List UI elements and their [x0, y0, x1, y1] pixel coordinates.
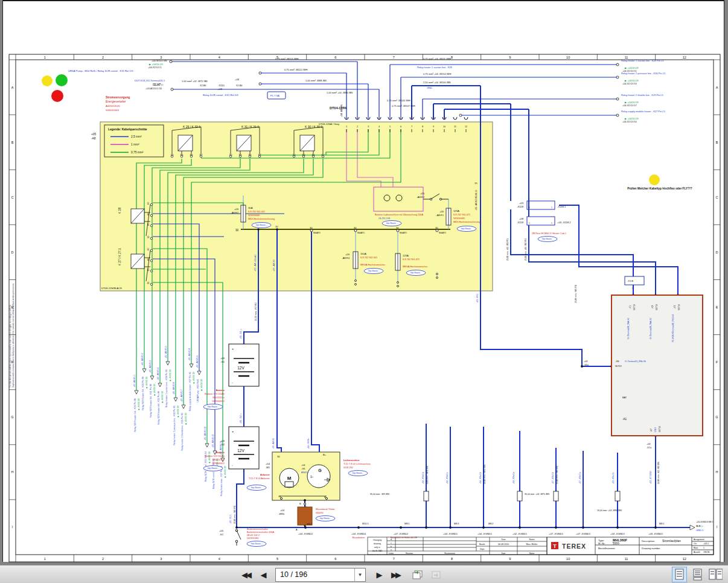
schematic-label: +08 — [519, 217, 524, 220]
schematic-label: M8:5 — [404, 523, 409, 525]
schematic-label: MEGA-Hochstromsicher. — [360, 264, 386, 266]
schematic-label: -X118 — [517, 221, 524, 224]
schematic-label: Relay supply module heater - K27 Pin 85 — [189, 372, 191, 411]
schematic-label: ▶ +04/16.D9 — [625, 101, 639, 104]
schematic-label: -A8:F2 — [231, 211, 238, 214]
page-number-dropdown[interactable]: 10 / 196 ▼ — [275, 568, 366, 582]
single-page-view-button[interactable] — [672, 567, 687, 582]
legend-item-label: 0,75 mm² — [131, 151, 144, 154]
schematic-label: + — [232, 430, 234, 433]
svg-text:Anzahl:: Anzahl: — [694, 551, 700, 553]
schematic-label: ILS 742 901-001 — [248, 211, 265, 213]
schematic-label: Relay heater 2 pressure line - K30 Pin L… — [621, 72, 666, 75]
schematic-label: 30 — [275, 225, 278, 228]
schematic-label: K 31 / K 31.1 — [241, 125, 259, 129]
schematic-label: 31 — [278, 495, 281, 498]
svg-text:+03.1: +03.1 — [703, 543, 709, 545]
svg-text:d: d — [391, 538, 392, 541]
svg-text:Bearb.: Bearb. — [479, 543, 485, 546]
svg-text:drawing: drawing — [374, 543, 381, 545]
schematic-label: +05 — [219, 529, 224, 532]
schematic-label: A4200/2020 — [106, 104, 120, 107]
continuous-view-button[interactable] — [690, 567, 705, 582]
schematic-label: +03 — [584, 360, 587, 363]
schematic-label: 30 — [147, 235, 150, 238]
schematic-label: +05 -A8:30 — [272, 438, 275, 449]
schematic-label: 1 — [346, 126, 347, 128]
svg-text:Assignment: Assignment — [694, 538, 704, 541]
frame-column-label: 7 — [393, 557, 395, 561]
schematic-label: 1 — [529, 222, 530, 225]
single-page-icon — [674, 569, 685, 581]
schematic-label: Relay SCR heater 3/4 - K31 Pin 86 — [150, 384, 152, 418]
schematic-label: 30 — [229, 153, 232, 156]
schematic-label: +05 — [439, 210, 444, 213]
schematic-label: ILS 742 901-071 — [403, 258, 420, 261]
frame-column-label: 9 — [509, 56, 511, 59]
schematic-label: -A8:F1 — [436, 214, 444, 217]
schematic-label: 1,00 mm² -W88 /BK — [305, 79, 327, 82]
schematic-label: ▶ +04/16.D9 — [625, 117, 639, 120]
schematic-label: 87 — [200, 153, 203, 156]
schematic-label: Batterie Ladeanschluss mit Überwachung 2… — [375, 214, 423, 216]
schematic-label: 30 — [435, 226, 438, 229]
schematic-label: MidiATO — [400, 232, 407, 234]
schematic-label: 0,75 mm² -W106 /WH — [387, 99, 410, 102]
frame-row-label: B — [11, 141, 14, 144]
schematic-label: 35,00 mm² -W2 /RD — [255, 302, 257, 321]
schematic-label: Energieverteiler — [106, 100, 126, 103]
schematic-label: 86 — [147, 258, 150, 261]
schematic-label: 30 — [235, 229, 239, 232]
pdf-viewer-window: 123456789101112 123456789101112 ABCDEFGH… — [0, 0, 728, 583]
svg-text:06.08.2010: 06.08.2010 — [498, 543, 509, 546]
schematic-label: +03 — [218, 88, 223, 91]
schematic-label: URSA Pump - M10 Rel5 / Relay SCR contol … — [68, 69, 133, 72]
schematic-label: -G1 — [220, 360, 225, 363]
frame-column-label: 8 — [451, 56, 453, 59]
frame-row-label: B — [716, 141, 718, 144]
schematic-label: F1.7-5A — [270, 94, 279, 97]
next-page-icon: ▶ — [377, 571, 381, 579]
frame-column-label: 2 — [102, 56, 104, 59]
next-page-button[interactable]: ▶ — [371, 567, 386, 582]
previous-page-button[interactable]: ◀ — [255, 567, 270, 582]
frame-column-label: 12 — [683, 557, 686, 561]
two-page-view-button[interactable] — [708, 567, 723, 582]
schematic-label: 85 — [180, 153, 184, 156]
schematic-label: 90719 — [656, 304, 658, 310]
battery-disconnect-switch — [235, 529, 241, 546]
schematic-label: ▶ +04/16.D9 — [161, 391, 164, 403]
schematic-label: ▶ +04/16.D9 — [185, 413, 187, 424]
schematic-label: BAT — [622, 397, 627, 399]
first-page-button[interactable]: ◀◀ — [238, 567, 254, 582]
schematic-label: -X2 — [651, 305, 654, 309]
ground-strap — [298, 507, 312, 525]
schematic-label: +03-A13:D1:16 — [145, 87, 162, 90]
schematic-label: 90719 — [678, 304, 680, 310]
schematic-label: 1 — [551, 222, 552, 225]
power-distribution-panel — [100, 122, 493, 500]
schematic-label: X2:B6 — [200, 84, 206, 87]
brand-name: TEREX — [562, 543, 586, 550]
schematic-label: Batterietrennschalter — [247, 528, 269, 530]
previous-view-button[interactable] — [410, 567, 425, 582]
part-link-text: http://flow.te... — [208, 406, 219, 408]
frame-row-label: A — [11, 86, 14, 89]
schematic-label: ILS 742 902-001 — [360, 256, 377, 259]
schematic-label: 0,75 mm² +04 -W111 /WH — [423, 57, 451, 60]
schematic-label: 30 — [277, 455, 280, 458]
schematic-label: 85 — [302, 153, 305, 156]
schematic-label: 1 — [529, 206, 530, 209]
schematic-label: -X6 — [615, 360, 619, 363]
svg-text:a: a — [391, 549, 392, 551]
frame-column-label: 11 — [625, 557, 628, 561]
next-view-button[interactable] — [429, 567, 443, 582]
schematic-label: 125A — [403, 254, 409, 257]
schematic-label: 25,00 mm² +03 -W2 /RD — [525, 238, 527, 261]
schematic-label: Prüfen Welcher Kabeltyp Hochflex oder FL… — [627, 187, 692, 190]
schematic-label: 5370000011 — [212, 462, 225, 465]
last-page-button[interactable]: ▶▶ — [388, 567, 403, 582]
page-navigation: ◀◀ ◀ 10 / 196 ▼ ▶ ▶▶ — [238, 567, 443, 582]
schematic-label: B+ — [323, 453, 327, 456]
schematic-label: GND:1 — [696, 529, 704, 532]
